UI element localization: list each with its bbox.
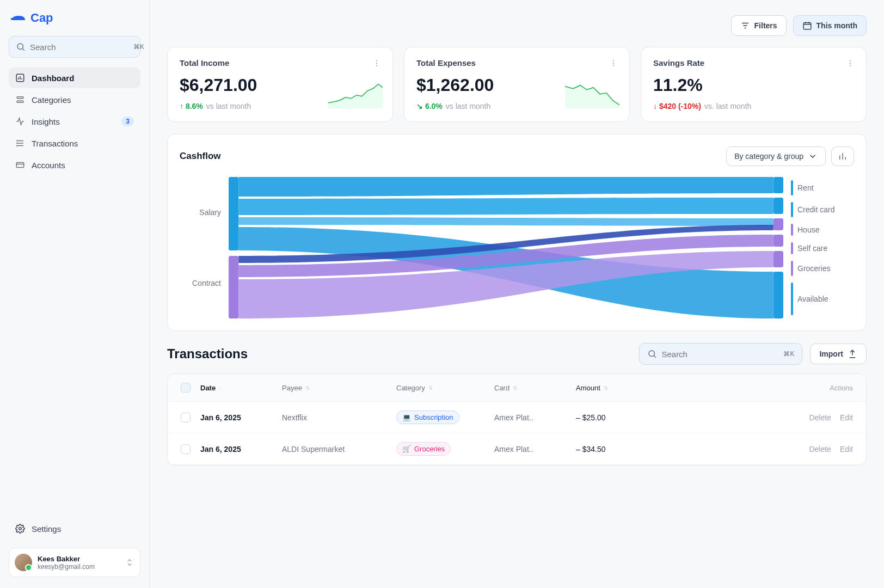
target-label: Credit card [797, 205, 834, 214]
svg-point-11 [376, 63, 377, 64]
sidebar-item-label: Dashboard [32, 74, 74, 83]
change-sub: vs. last month [704, 102, 751, 111]
svg-rect-25 [773, 251, 783, 267]
svg-point-14 [613, 63, 614, 64]
cell-date: Jan 6, 2025 [200, 413, 282, 422]
card-menu-button[interactable] [843, 56, 857, 70]
column-card[interactable]: Card⇅ [494, 384, 576, 392]
edit-action[interactable]: Edit [840, 413, 853, 422]
cell-card: Amex Plat.. [494, 413, 576, 422]
bar-chart-icon [838, 151, 848, 161]
svg-point-5 [17, 143, 17, 144]
sidebar-item-categories[interactable]: Categories [9, 89, 140, 110]
sidebar-search-input[interactable] [30, 42, 133, 52]
svg-point-27 [649, 351, 655, 357]
sidebar-search[interactable]: ⌘K [9, 36, 140, 58]
cashflow-title: Cashflow [180, 151, 221, 162]
transactions-search[interactable]: ⌘K [639, 343, 802, 365]
more-vertical-icon [845, 58, 855, 68]
sidebar-item-label: Categories [32, 95, 71, 105]
svg-point-17 [850, 63, 851, 64]
sidebar-nav: Dashboard Categories Insights 3 Transact… [9, 68, 140, 175]
button-label: This month [817, 21, 857, 30]
row-checkbox[interactable] [181, 413, 191, 422]
transactions-header: Transactions ⌘K Import [167, 343, 867, 365]
target-label: Rent [797, 183, 814, 192]
sparkline [565, 81, 619, 108]
target-label: Available [797, 295, 828, 303]
topbar: Filters This month [167, 15, 867, 36]
cell-date: Jan 6, 2025 [200, 445, 282, 454]
row-checkbox[interactable] [181, 444, 191, 454]
filters-button[interactable]: Filters [731, 15, 787, 36]
sort-icon: ⇅ [428, 385, 433, 391]
svg-rect-7 [16, 163, 24, 168]
cashflow-panel: Cashflow By category & group Salary Cont… [167, 134, 867, 331]
sankey-chart: Salary Contract [180, 177, 854, 318]
sidebar-item-insights[interactable]: Insights 3 [9, 111, 140, 132]
target-label: Self care [797, 244, 827, 253]
edit-action[interactable]: Edit [840, 445, 853, 454]
sidebar-item-label: Accounts [32, 161, 65, 170]
settings-label: Settings [32, 524, 61, 534]
card-menu-button[interactable] [370, 56, 384, 70]
delete-action[interactable]: Delete [809, 413, 831, 422]
kpi-cards: Total Income $6,271.00 ↑ 8.6% vs last mo… [167, 47, 867, 122]
avatar [15, 554, 32, 571]
cap-icon [11, 13, 26, 23]
accounts-icon [15, 160, 25, 170]
source-label: Contract [180, 279, 221, 287]
trend-up-icon: ↑ 8.6% [180, 102, 203, 111]
kbd-shortcut: ⌘K [783, 350, 794, 358]
svg-rect-9 [803, 23, 811, 29]
source-label: Salary [180, 208, 221, 217]
transactions-search-input[interactable] [661, 350, 783, 359]
sidebar-item-transactions[interactable]: Transactions [9, 133, 140, 154]
column-amount[interactable]: Amount⇅ [576, 384, 663, 392]
chevron-updown-icon [125, 558, 134, 567]
column-payee[interactable]: Payee⇅ [282, 384, 396, 392]
card-savings-rate: Savings Rate 11.2% ↓ $420 (-10%) vs. las… [641, 47, 867, 122]
button-label: Filters [754, 21, 777, 30]
chart-type-button[interactable] [831, 146, 854, 166]
sidebar-item-settings[interactable]: Settings [9, 518, 140, 539]
svg-rect-19 [229, 177, 238, 250]
sidebar-item-label: Transactions [32, 139, 78, 148]
svg-point-16 [850, 60, 851, 61]
target-label: House [797, 225, 819, 234]
more-vertical-icon [609, 58, 618, 68]
category-pill[interactable]: 🛒 Groceries [396, 442, 451, 456]
category-pill[interactable]: 💻 Subscription [396, 411, 459, 424]
dashboard-icon [15, 73, 25, 83]
user-menu[interactable]: Kees Bakker keesyb@gmail.com [9, 548, 140, 577]
column-category[interactable]: Category⇅ [396, 384, 494, 392]
button-label: Import [819, 350, 843, 358]
sidebar: Cap ⌘K Dashboard Categories Insights 3 T… [0, 0, 150, 588]
cell-amount: – $34.50 [576, 445, 663, 454]
card-menu-button[interactable] [606, 56, 621, 70]
sidebar-item-accounts[interactable]: Accounts [9, 155, 140, 175]
svg-rect-26 [773, 272, 783, 318]
svg-rect-2 [17, 97, 23, 99]
filter-icon [740, 21, 750, 30]
select-all-checkbox[interactable] [181, 383, 191, 393]
sort-icon: ⇅ [305, 385, 310, 391]
period-button[interactable]: This month [793, 15, 867, 36]
categories-icon [15, 95, 25, 105]
cell-amount: – $25.00 [576, 413, 663, 422]
transactions-table: Date↓ Payee⇅ Category⇅ Card⇅ Amount⇅ Act… [167, 373, 867, 465]
delete-action[interactable]: Delete [809, 445, 831, 454]
groupby-select[interactable]: By category & group [726, 146, 826, 166]
svg-rect-23 [773, 218, 783, 230]
column-actions: Actions [663, 384, 853, 392]
import-button[interactable]: Import [810, 344, 867, 364]
sparkline [328, 81, 383, 108]
sidebar-item-dashboard[interactable]: Dashboard [9, 68, 140, 88]
search-icon [647, 349, 657, 359]
main-content: Filters This month Total Income $6,271.0… [150, 0, 884, 588]
app-logo[interactable]: Cap [9, 11, 140, 25]
column-date[interactable]: Date↓ [200, 384, 282, 392]
badge-count: 3 [121, 117, 134, 126]
cell-payee: ALDI Supermarket [282, 445, 396, 454]
svg-point-8 [19, 528, 22, 530]
